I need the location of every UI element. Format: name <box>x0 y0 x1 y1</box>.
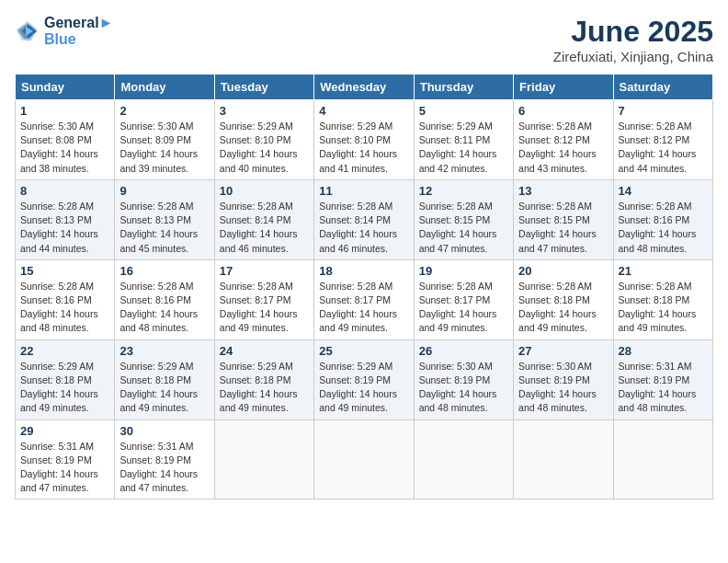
day-number: 22 <box>20 344 109 358</box>
day-number: 6 <box>518 104 608 118</box>
day-number: 26 <box>419 344 508 358</box>
day-info: Sunrise: 5:29 AMSunset: 8:18 PMDaylight:… <box>20 360 109 416</box>
calendar-cell-13: 13Sunrise: 5:28 AMSunset: 8:15 PMDayligh… <box>514 179 613 259</box>
day-number: 20 <box>518 264 608 278</box>
calendar-cell-27: 27Sunrise: 5:30 AMSunset: 8:19 PMDayligh… <box>514 339 613 419</box>
calendar-cell-empty <box>514 419 613 500</box>
calendar-cell-empty <box>613 419 712 500</box>
day-number: 23 <box>119 344 209 358</box>
calendar-week-2: 8Sunrise: 5:28 AMSunset: 8:13 PMDaylight… <box>16 179 713 259</box>
calendar-cell-20: 20Sunrise: 5:28 AMSunset: 8:18 PMDayligh… <box>514 259 613 339</box>
day-number: 17 <box>220 264 309 278</box>
day-number: 21 <box>619 264 708 278</box>
calendar-cell-26: 26Sunrise: 5:30 AMSunset: 8:19 PMDayligh… <box>414 339 513 419</box>
day-number: 30 <box>119 424 209 438</box>
day-header-thursday: Thursday <box>414 75 513 100</box>
day-info: Sunrise: 5:29 AMSunset: 8:19 PMDaylight:… <box>319 360 408 416</box>
day-info: Sunrise: 5:28 AMSunset: 8:12 PMDaylight:… <box>518 120 608 176</box>
calendar-cell-24: 24Sunrise: 5:29 AMSunset: 8:18 PMDayligh… <box>214 339 313 419</box>
calendar-cell-15: 15Sunrise: 5:28 AMSunset: 8:16 PMDayligh… <box>16 259 115 339</box>
day-info: Sunrise: 5:28 AMSunset: 8:14 PMDaylight:… <box>319 200 408 256</box>
calendar-cell-18: 18Sunrise: 5:28 AMSunset: 8:17 PMDayligh… <box>314 259 414 339</box>
day-number: 8 <box>20 184 109 198</box>
calendar-cell-16: 16Sunrise: 5:28 AMSunset: 8:16 PMDayligh… <box>115 259 214 339</box>
day-number: 3 <box>220 104 309 118</box>
day-header-sunday: Sunday <box>16 75 115 100</box>
calendar-table: SundayMondayTuesdayWednesdayThursdayFrid… <box>15 74 713 500</box>
day-number: 29 <box>20 424 109 438</box>
day-info: Sunrise: 5:30 AMSunset: 8:19 PMDaylight:… <box>518 360 608 416</box>
day-info: Sunrise: 5:28 AMSunset: 8:16 PMDaylight:… <box>119 280 209 336</box>
day-info: Sunrise: 5:29 AMSunset: 8:11 PMDaylight:… <box>419 120 508 176</box>
day-header-saturday: Saturday <box>613 75 712 100</box>
calendar-cell-1: 1Sunrise: 5:30 AMSunset: 8:08 PMDaylight… <box>16 100 115 180</box>
logo-text: General► Blue <box>44 15 113 47</box>
calendar-week-5: 29Sunrise: 5:31 AMSunset: 8:19 PMDayligh… <box>16 419 713 500</box>
day-info: Sunrise: 5:28 AMSunset: 8:17 PMDaylight:… <box>419 280 508 336</box>
calendar-cell-28: 28Sunrise: 5:31 AMSunset: 8:19 PMDayligh… <box>613 339 712 419</box>
day-number: 27 <box>518 344 608 358</box>
day-number: 24 <box>220 344 309 358</box>
calendar-cell-4: 4Sunrise: 5:29 AMSunset: 8:10 PMDaylight… <box>314 100 414 180</box>
day-info: Sunrise: 5:30 AMSunset: 8:19 PMDaylight:… <box>419 360 508 416</box>
day-header-friday: Friday <box>514 75 613 100</box>
day-number: 28 <box>619 344 708 358</box>
day-number: 9 <box>119 184 209 198</box>
day-info: Sunrise: 5:30 AMSunset: 8:09 PMDaylight:… <box>119 120 209 176</box>
calendar-cell-12: 12Sunrise: 5:28 AMSunset: 8:15 PMDayligh… <box>414 179 513 259</box>
day-info: Sunrise: 5:28 AMSunset: 8:13 PMDaylight:… <box>119 200 209 256</box>
logo-icon <box>15 18 40 44</box>
calendar-cell-8: 8Sunrise: 5:28 AMSunset: 8:13 PMDaylight… <box>16 179 115 259</box>
day-number: 15 <box>20 264 109 278</box>
day-number: 13 <box>518 184 608 198</box>
day-number: 18 <box>319 264 408 278</box>
day-info: Sunrise: 5:31 AMSunset: 8:19 PMDaylight:… <box>619 360 708 416</box>
calendar-cell-11: 11Sunrise: 5:28 AMSunset: 8:14 PMDayligh… <box>314 179 414 259</box>
calendar-cell-21: 21Sunrise: 5:28 AMSunset: 8:18 PMDayligh… <box>613 259 712 339</box>
calendar-cell-9: 9Sunrise: 5:28 AMSunset: 8:13 PMDaylight… <box>115 179 214 259</box>
day-info: Sunrise: 5:28 AMSunset: 8:18 PMDaylight:… <box>619 280 708 336</box>
page-header: General► Blue June 2025 Zirefuxiati, Xin… <box>15 15 713 64</box>
day-info: Sunrise: 5:28 AMSunset: 8:12 PMDaylight:… <box>619 120 708 176</box>
calendar-week-3: 15Sunrise: 5:28 AMSunset: 8:16 PMDayligh… <box>16 259 713 339</box>
day-number: 5 <box>419 104 508 118</box>
calendar-cell-19: 19Sunrise: 5:28 AMSunset: 8:17 PMDayligh… <box>414 259 513 339</box>
calendar-cell-17: 17Sunrise: 5:28 AMSunset: 8:17 PMDayligh… <box>214 259 313 339</box>
day-info: Sunrise: 5:31 AMSunset: 8:19 PMDaylight:… <box>119 440 209 496</box>
logo: General► Blue <box>15 15 113 47</box>
calendar-cell-5: 5Sunrise: 5:29 AMSunset: 8:11 PMDaylight… <box>414 100 513 180</box>
calendar-cell-2: 2Sunrise: 5:30 AMSunset: 8:09 PMDaylight… <box>115 100 214 180</box>
calendar-cell-7: 7Sunrise: 5:28 AMSunset: 8:12 PMDaylight… <box>613 100 712 180</box>
day-number: 7 <box>619 104 708 118</box>
calendar-cell-10: 10Sunrise: 5:28 AMSunset: 8:14 PMDayligh… <box>214 179 313 259</box>
calendar-cell-25: 25Sunrise: 5:29 AMSunset: 8:19 PMDayligh… <box>314 339 414 419</box>
day-info: Sunrise: 5:28 AMSunset: 8:17 PMDaylight:… <box>220 280 309 336</box>
day-info: Sunrise: 5:28 AMSunset: 8:15 PMDaylight:… <box>518 200 608 256</box>
calendar-cell-empty <box>414 419 513 500</box>
calendar-cell-empty <box>214 419 313 500</box>
month-title: June 2025 <box>553 15 713 49</box>
day-number: 1 <box>20 104 109 118</box>
day-number: 25 <box>319 344 408 358</box>
calendar-cell-3: 3Sunrise: 5:29 AMSunset: 8:10 PMDaylight… <box>214 100 313 180</box>
day-number: 11 <box>319 184 408 198</box>
calendar-cell-6: 6Sunrise: 5:28 AMSunset: 8:12 PMDaylight… <box>514 100 613 180</box>
calendar-cell-22: 22Sunrise: 5:29 AMSunset: 8:18 PMDayligh… <box>16 339 115 419</box>
day-number: 4 <box>319 104 408 118</box>
day-info: Sunrise: 5:29 AMSunset: 8:18 PMDaylight:… <box>220 360 309 416</box>
day-number: 10 <box>220 184 309 198</box>
day-info: Sunrise: 5:31 AMSunset: 8:19 PMDaylight:… <box>20 440 109 496</box>
day-info: Sunrise: 5:28 AMSunset: 8:14 PMDaylight:… <box>220 200 309 256</box>
calendar-header-row: SundayMondayTuesdayWednesdayThursdayFrid… <box>16 75 713 100</box>
day-info: Sunrise: 5:29 AMSunset: 8:10 PMDaylight:… <box>220 120 309 176</box>
day-number: 2 <box>119 104 209 118</box>
calendar-week-4: 22Sunrise: 5:29 AMSunset: 8:18 PMDayligh… <box>16 339 713 419</box>
day-number: 16 <box>119 264 209 278</box>
calendar-cell-30: 30Sunrise: 5:31 AMSunset: 8:19 PMDayligh… <box>115 419 214 500</box>
location: Zirefuxiati, Xinjiang, China <box>553 49 713 64</box>
calendar-cell-empty <box>314 419 414 500</box>
day-info: Sunrise: 5:29 AMSunset: 8:10 PMDaylight:… <box>319 120 408 176</box>
day-info: Sunrise: 5:28 AMSunset: 8:17 PMDaylight:… <box>319 280 408 336</box>
title-block: June 2025 Zirefuxiati, Xinjiang, China <box>553 15 713 64</box>
day-header-tuesday: Tuesday <box>214 75 313 100</box>
